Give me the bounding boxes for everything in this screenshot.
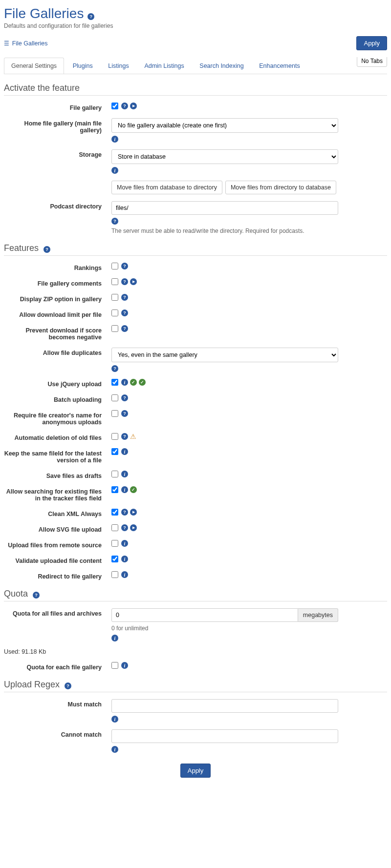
quota-all-input[interactable] [111,608,298,622]
duplicates-select[interactable]: Yes, even in the same gallery [111,348,338,362]
tab-plugins[interactable]: Plugins [66,58,100,74]
drafts-checkbox[interactable] [111,471,118,477]
move-db-to-dir-button[interactable]: Move files from database to directory [111,181,222,194]
info-icon[interactable]: i [111,635,118,641]
dl-limit-checkbox[interactable] [111,310,118,316]
help-icon[interactable]: ? [87,13,94,20]
info-icon[interactable]: i [121,556,128,562]
podcast-input[interactable] [111,201,338,215]
tab-enhancements[interactable]: Enhancements [252,58,306,74]
validate-checkbox[interactable] [111,556,118,562]
help-icon[interactable]: ? [121,103,128,109]
info-icon[interactable]: i [121,448,128,455]
jquery-checkbox[interactable] [111,379,118,386]
breadcrumb-link[interactable]: File Galleries [12,40,48,47]
tab-listings[interactable]: Listings [101,58,135,74]
prevent-neg-label: Prevent download if score becomes negati… [4,325,111,341]
file-gallery-checkbox[interactable] [111,103,118,109]
section-quota: Quota ? [4,589,387,601]
must-match-label: Must match [4,699,111,708]
help-icon[interactable]: ? [121,509,128,516]
apply-button-bottom[interactable]: Apply [180,764,211,778]
comments-checkbox[interactable] [111,278,118,285]
tab-search-indexing[interactable]: Search Indexing [193,58,250,74]
no-tabs-button[interactable]: No Tabs [357,57,387,67]
zip-checkbox[interactable] [111,294,118,301]
quota-unit: megabytes [298,608,338,622]
help-icon[interactable]: ? [121,410,128,417]
rankings-checkbox[interactable] [111,263,118,269]
duplicates-label: Allow file duplicates [4,348,111,356]
apply-button-top[interactable]: Apply [356,36,387,50]
info-icon[interactable]: i [111,167,118,174]
storage-select[interactable]: Store in database [111,149,338,164]
info-icon[interactable]: i [121,379,128,386]
help-icon[interactable]: ? [121,433,128,440]
creator-anon-label: Require file creator's name for anonymou… [4,410,111,426]
clean-xml-checkbox[interactable] [111,509,118,516]
help-icon[interactable]: ? [121,278,128,285]
tracker-search-label: Allow searching for existing files in th… [4,486,111,502]
home-gallery-label: Home file gallery (main file gallery) [4,118,111,134]
info-icon[interactable]: i [121,662,128,669]
auto-delete-checkbox[interactable] [111,433,118,440]
info-icon[interactable]: i [111,746,118,753]
used-label: Used: 91.18 Kb [4,648,387,655]
help-icon[interactable]: ? [121,310,128,316]
info-icon[interactable]: i [121,571,128,578]
check-icon[interactable]: ✓ [139,379,146,386]
help-icon[interactable]: ? [121,394,128,401]
play-icon[interactable]: ▶ [130,103,137,109]
play-icon[interactable]: ▶ [130,278,137,285]
info-icon[interactable]: i [121,540,128,547]
help-icon[interactable]: ? [43,246,50,253]
prevent-neg-checkbox[interactable] [111,325,118,332]
redirect-checkbox[interactable] [111,571,118,578]
tracker-search-checkbox[interactable] [111,486,118,493]
info-icon[interactable]: i [111,136,118,143]
section-regex: Upload Regex ? [4,680,387,692]
help-icon[interactable]: ? [121,294,128,301]
storage-label: Storage [4,149,111,158]
info-icon[interactable]: i [111,716,118,723]
section-features: Features ? [4,243,387,256]
tabs: No Tabs General Settings Plugins Listing… [4,57,387,74]
help-icon[interactable]: ? [65,682,71,689]
help-icon[interactable]: ? [121,325,128,332]
page-subtitle: Defaults and configuration for file gall… [4,22,387,29]
dl-limit-label: Allow download limit per file [4,310,111,318]
quota-each-checkbox[interactable] [111,662,118,669]
info-icon[interactable]: i [121,486,128,493]
check-icon[interactable]: ✓ [130,379,137,386]
remote-checkbox[interactable] [111,540,118,547]
help-icon[interactable]: ? [111,218,118,225]
cannot-match-label: Cannot match [4,729,111,738]
page-title: File Galleries ? [4,6,387,21]
svg-checkbox[interactable] [111,524,118,531]
info-icon[interactable]: i [121,471,128,477]
help-icon[interactable]: ? [121,524,128,531]
validate-label: Validate uploaded file content [4,556,111,564]
tab-general-settings[interactable]: General Settings [4,58,64,74]
zip-label: Display ZIP option in gallery [4,294,111,303]
svg-label: Allow SVG file upload [4,524,111,533]
must-match-input[interactable] [111,699,338,713]
help-icon[interactable]: ? [111,365,118,372]
tab-admin-listings[interactable]: Admin Listings [137,58,191,74]
creator-anon-checkbox[interactable] [111,410,118,417]
help-icon[interactable]: ? [33,592,40,599]
auto-delete-label: Automatic deletion of old files [4,433,111,441]
check-icon[interactable]: ✓ [130,486,137,493]
play-icon[interactable]: ▶ [130,524,137,531]
help-icon[interactable]: ? [121,263,128,269]
play-icon[interactable]: ▶ [130,509,137,516]
cannot-match-input[interactable] [111,729,338,743]
batch-checkbox[interactable] [111,394,118,401]
page-title-text: File Galleries [4,6,84,21]
warning-icon[interactable]: ⚠ [130,433,136,440]
quota-each-label: Quota for each file gallery [4,662,111,671]
home-gallery-select[interactable]: No file gallery available (create one fi… [111,118,338,133]
file-gallery-label: File gallery [4,103,111,111]
move-dir-to-db-button[interactable]: Move files from directory to database [225,181,336,194]
keep-fileid-checkbox[interactable] [111,448,118,455]
